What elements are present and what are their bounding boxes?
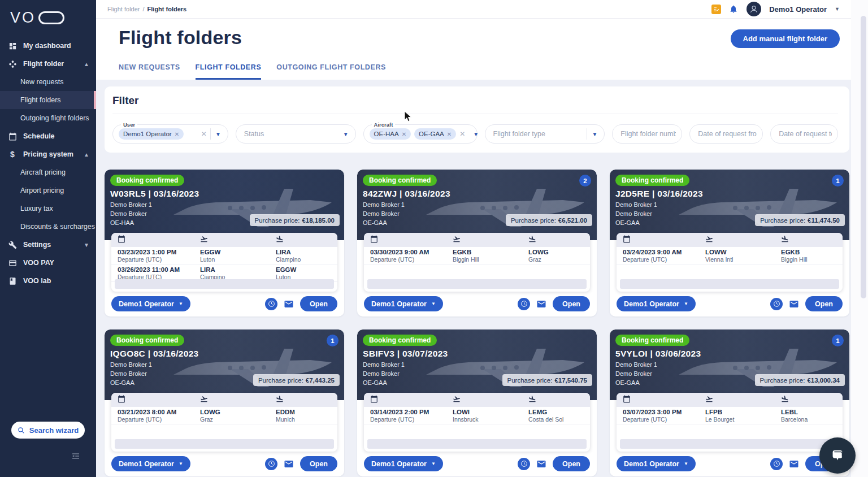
flight-folder-card[interactable]: Booking confirmed 1 IQGO8C | 03/16/2023 … [105, 329, 344, 476]
email-button[interactable] [788, 459, 800, 469]
sidebar-item-flight-folder[interactable]: Flight folder ▲ [0, 55, 96, 73]
email-button[interactable] [535, 299, 548, 309]
open-flight-folder-button[interactable]: Open [553, 296, 590, 311]
open-flight-folder-button[interactable]: Open [300, 296, 337, 311]
sidebar-item-voo-lab[interactable]: VOO lab [0, 272, 96, 290]
card-registration: OE-GAA [615, 219, 640, 226]
flight-folder-card[interactable]: Booking confirmed 1 J2D5RE | 03/16/2023 … [610, 170, 849, 316]
operator-dropdown-button[interactable]: Demo1 Operator ▼ [364, 456, 443, 471]
card-title: 5VYLOI | 03/06/2023 [615, 349, 701, 359]
email-button[interactable] [788, 299, 800, 309]
history-clock-button[interactable] [265, 298, 277, 310]
flight-folder-number-input[interactable] [618, 130, 676, 138]
flight-folder-card[interactable]: Booking confirmed 2 842ZWJ | 03/16/2023 … [357, 170, 597, 316]
chevron-down-icon[interactable]: ▼ [468, 131, 480, 137]
leg-sub-text: Graz [200, 416, 270, 423]
sidebar-item-aircraft-pricing[interactable]: Aircraft pricing [0, 163, 96, 181]
breadcrumb-parent[interactable]: Flight folder [107, 6, 140, 12]
clear-filter-icon[interactable]: ✕ [456, 130, 468, 138]
operator-dropdown-button[interactable]: Demo1 Operator ▼ [111, 296, 190, 311]
aircraft-filter-select[interactable]: Aircraft OE-HAA ✕ OE-GAA ✕ ✕ [363, 124, 478, 144]
count-badge: 1 [832, 335, 844, 346]
sidebar-item-airport-pricing[interactable]: Airport pricing [0, 181, 96, 200]
flight-folder-card[interactable]: Booking confirmed SBIFV3 | 03/07/2023 De… [357, 329, 597, 476]
date-of-request-to-input[interactable] [776, 130, 832, 138]
card-broker-line-1: Demo Broker 1 [615, 361, 657, 368]
search-wizard-button[interactable]: Search wizard [11, 422, 85, 439]
chevron-up-icon[interactable]: ▲ [84, 61, 89, 67]
history-clock-button[interactable] [770, 458, 783, 470]
envelope-icon [788, 459, 800, 469]
sidebar-item-schedule[interactable]: Schedule [0, 127, 96, 145]
tab-flight-folders[interactable]: FLIGHT FOLDERS [196, 63, 262, 80]
leg-cell: LIRACiampino [194, 266, 270, 280]
card-photo: Booking confirmed 1 5VYLOI | 03/06/2023 … [610, 329, 849, 400]
user-menu[interactable]: Demo1 Operator [769, 5, 827, 14]
sidebar-item-outgoing-flight-folders[interactable]: Outgoing flight folders [0, 109, 96, 127]
flight-takeoff-icon [194, 235, 270, 245]
sidebar-item-pricing-system[interactable]: $ Pricing system ▲ [0, 145, 96, 163]
sidebar-item-label: New requests [20, 78, 63, 86]
chevron-down-icon[interactable]: ▼ [587, 131, 598, 137]
status-badge: Booking confirmed [615, 335, 689, 346]
chevron-down-icon[interactable]: ▼ [84, 242, 89, 248]
chevron-up-icon[interactable]: ▲ [84, 151, 89, 158]
page-title: Flight folders [119, 27, 242, 49]
email-button[interactable] [535, 459, 548, 469]
chevron-down-icon[interactable]: ▼ [338, 131, 350, 137]
legs-rows: 03/24/2023 9:00 AMDeparture (UTC)LOWWVie… [617, 247, 843, 264]
open-flight-folder-button[interactable]: Open [553, 456, 590, 471]
chevron-down-icon[interactable]: ▼ [211, 131, 222, 137]
history-clock-button[interactable] [265, 458, 277, 470]
calendar-icon [111, 235, 194, 245]
date-of-request-from-field [689, 124, 763, 144]
chip-remove-icon[interactable]: ✕ [402, 131, 406, 137]
purchase-price-chip: Purchase price:€6,521.00 [506, 214, 592, 226]
tasks-icon[interactable] [711, 5, 721, 14]
operator-dropdown-button[interactable]: Demo1 Operator ▼ [617, 296, 696, 311]
operator-dropdown-button[interactable]: Demo1 Operator ▼ [111, 456, 190, 471]
operator-dropdown-button[interactable]: Demo1 Operator ▼ [364, 296, 443, 311]
flight-folder-card[interactable]: Booking confirmed W03RL5 | 03/16/2023 De… [105, 170, 344, 316]
operator-dropdown-button[interactable]: Demo1 Operator ▼ [617, 456, 696, 471]
open-flight-folder-button[interactable]: Open [805, 296, 843, 311]
user-filter-select[interactable]: User Demo1 Operator ✕ ✕ ▼ [112, 124, 228, 144]
clear-filter-icon[interactable]: ✕ [198, 130, 210, 138]
sidebar-item-my-dashboard[interactable]: My dashboard [0, 37, 96, 55]
clock-icon [520, 300, 528, 307]
flight-takeoff-icon [699, 395, 775, 405]
open-flight-folder-button[interactable]: Open [300, 456, 337, 471]
chip-label: OE-GAA [419, 131, 444, 137]
card-footer: Demo1 Operator ▼ Open [610, 456, 849, 471]
leg-sub-text: Biggin Hill [453, 256, 522, 263]
flight-folder-card[interactable]: Booking confirmed 1 5VYLOI | 03/06/2023 … [610, 329, 849, 476]
status-filter-select[interactable]: Status ✕ ▼ [236, 124, 356, 144]
tab-new-requests[interactable]: NEW REQUESTS [119, 63, 180, 80]
history-clock-button[interactable] [518, 298, 530, 310]
chip-remove-icon[interactable]: ✕ [175, 131, 179, 137]
chat-launcher-button[interactable] [819, 437, 856, 474]
add-manual-flight-folder-button[interactable]: Add manual flight folder [731, 29, 840, 48]
user-menu-caret-icon[interactable]: ▼ [835, 6, 840, 12]
sidebar-item-luxury-tax[interactable]: Luxury tax [0, 200, 96, 218]
sidebar-item-voo-pay[interactable]: VOO PAY [0, 254, 96, 272]
sidebar-item-new-requests[interactable]: New requests [0, 73, 96, 91]
email-button[interactable] [283, 459, 295, 469]
collapse-sidebar-icon[interactable] [71, 452, 80, 461]
voo-logo[interactable]: VO [0, 0, 96, 37]
email-button[interactable] [283, 299, 295, 309]
sidebar-item-flight-folders[interactable]: Flight folders [0, 91, 96, 109]
chip-remove-icon[interactable]: ✕ [447, 131, 452, 137]
sidebar-item-settings[interactable]: Settings ▼ [0, 236, 96, 254]
tab-outgoing-flight-folders[interactable]: OUTGOING FLIGHT FOLDERS [276, 63, 386, 80]
notifications-bell-icon[interactable] [729, 5, 739, 14]
flight-folder-type-select[interactable]: Flight folder type ▼ [485, 124, 605, 144]
date-of-request-from-input[interactable] [696, 130, 757, 138]
history-clock-button[interactable] [518, 458, 530, 470]
history-clock-button[interactable] [770, 298, 783, 310]
user-avatar[interactable] [747, 2, 761, 16]
scrollbar-thumb[interactable] [861, 16, 866, 298]
clock-icon [520, 460, 528, 467]
sidebar-item-discounts-surcharges[interactable]: Discounts & surcharges [0, 218, 96, 236]
leg-cell: EGGWLuton [194, 249, 270, 263]
